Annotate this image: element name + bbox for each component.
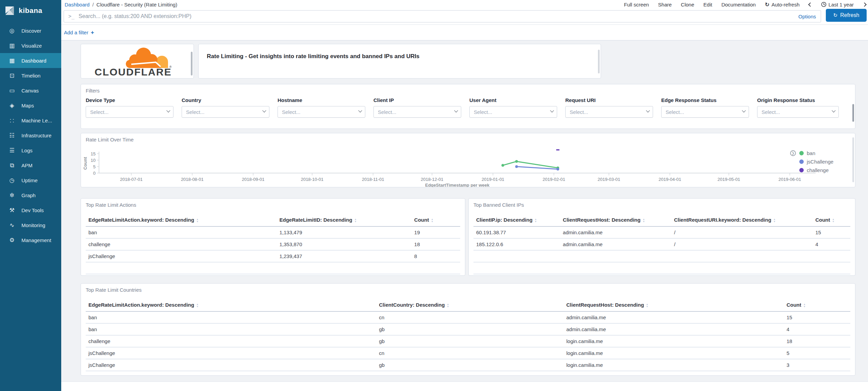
filter-select-request-uri[interactable]: Select... (565, 106, 653, 118)
documentation-link[interactable]: Documentation (721, 2, 756, 7)
table-row[interactable]: challenge1,353,87018 (86, 238, 460, 250)
refresh-button[interactable]: ↻Refresh (826, 9, 867, 22)
auto-refresh-button[interactable]: ↻Auto-refresh (765, 1, 800, 8)
share-button[interactable]: Share (658, 2, 672, 7)
rate-limit-chart-svg[interactable]: 0510152018-07-012018-08-012018-09-012018… (81, 133, 855, 187)
column-header[interactable]: ClientRequestHost: Descending▲▼ (560, 214, 671, 226)
time-back-button[interactable] (809, 3, 812, 6)
sidebar-item-visualize[interactable]: ▥Visualize (0, 38, 61, 53)
table-row[interactable]: bancnadmin.camilia.me15 (86, 311, 850, 323)
column-header[interactable]: EdgeRateLimitAction.keyword: Descending▲… (86, 299, 376, 311)
refresh-icon: ↻ (833, 12, 838, 18)
legend-item-challenge[interactable]: challenge (799, 166, 833, 174)
table-row[interactable]: bangbadmin.camilia.me4 (86, 323, 850, 335)
panel-scrollbar[interactable] (191, 52, 193, 75)
sidebar-item-monitoring[interactable]: ∿Monitoring (0, 218, 61, 233)
legend-toggle-icon[interactable]: ❯ (790, 150, 796, 156)
full-screen-button[interactable]: Full screen (624, 2, 649, 7)
column-header[interactable]: Count▲▼ (412, 214, 460, 226)
filter-select-device-type[interactable]: Select... (86, 106, 173, 118)
chevron-down-icon (358, 108, 362, 112)
sidebar-item-maps[interactable]: ◈Maps (0, 98, 61, 113)
table-row[interactable]: ban1,133,47919 (86, 226, 460, 238)
sort-icon[interactable]: ▲▼ (535, 218, 537, 223)
sidebar-item-apm[interactable]: ⧉APM (0, 158, 61, 173)
panel-scrollbar[interactable] (852, 137, 854, 182)
sort-icon[interactable]: ▲▼ (196, 303, 199, 308)
sidebar-item-management[interactable]: ⚙Management (0, 233, 61, 248)
breadcrumb-separator: / (92, 2, 94, 7)
column-header[interactable]: ClientRequestHost: Descending▲▼ (564, 299, 784, 311)
table-cell: login.camilia.me (564, 335, 784, 347)
legend-label: challenge (807, 167, 829, 173)
sidebar-item-canvas[interactable]: ▭Canvas (0, 83, 61, 98)
sidebar-item-label: Canvas (21, 88, 39, 94)
column-header[interactable]: EdgeRateLimitAction.keyword: Descending▲… (86, 214, 277, 226)
sidebar-item-graph[interactable]: ✲Graph (0, 188, 61, 203)
sidebar-nav: ◎Discover▥Visualize▦Dashboard⊡Timelion▭C… (0, 23, 61, 248)
legend-item-jsChallenge[interactable]: jsChallenge (799, 157, 833, 166)
options-link[interactable]: Options (798, 14, 816, 19)
table-row[interactable]: jsChallengecnlogin.camilia.me5 (86, 347, 850, 359)
sidebar-item-dev-tools[interactable]: ⚒Dev Tools (0, 203, 61, 218)
table-cell: 15 (813, 226, 850, 238)
sidebar-item-discover[interactable]: ◎Discover (0, 23, 61, 38)
filter-select-client-ip[interactable]: Select... (373, 106, 461, 118)
top-rate-limit-actions-grid: EdgeRateLimitAction.keyword: Descending▲… (86, 214, 460, 274)
sort-icon[interactable]: ▲▼ (196, 218, 199, 223)
plus-icon: + (91, 29, 94, 36)
sidebar-item-uptime[interactable]: ◷Uptime (0, 173, 61, 188)
time-forward-button[interactable] (863, 3, 866, 6)
filter-group-user-agent: User AgentSelect... (469, 97, 557, 118)
table-row[interactable]: 185.122.0.6admin.camilia.me/4 (473, 238, 850, 250)
table-row[interactable]: jsChallengegblogin.camilia.me3 (86, 359, 850, 371)
sidebar-item-timelion[interactable]: ⊡Timelion (0, 68, 61, 83)
dev-tools-icon: ⚒ (7, 207, 16, 214)
sidebar-item-machine-learning[interactable]: ⸬Machine Le... (0, 113, 61, 128)
filter-select-country[interactable]: Select... (182, 106, 269, 118)
svg-text:0: 0 (93, 171, 96, 176)
filter-select-hostname[interactable]: Select... (278, 106, 365, 118)
topbar: Dashboard / Cloudflare - Security (Rate … (61, 0, 868, 40)
column-header[interactable]: ClientIP.ip: Descending▲▼ (473, 214, 560, 226)
sidebar-item-label: Logs (21, 148, 33, 153)
table-cell: 3 (784, 359, 850, 371)
search-input[interactable] (74, 13, 798, 19)
panel-scrollbar[interactable] (852, 104, 854, 122)
table-row[interactable]: jsChallenge1,239,4378 (86, 250, 460, 262)
sidebar-item-logs[interactable]: ☰Logs (0, 143, 61, 158)
legend-item-ban[interactable]: ban (799, 149, 833, 157)
sort-icon[interactable]: ▲▼ (646, 303, 648, 308)
time-range-picker[interactable]: Last 1 year (821, 2, 854, 7)
edit-button[interactable]: Edit (703, 2, 712, 7)
filter-label-request-uri: Request URI (565, 97, 653, 103)
clone-button[interactable]: Clone (681, 2, 694, 7)
breadcrumb-dashboard-link[interactable]: Dashboard (65, 2, 89, 7)
sort-icon[interactable]: ▲▼ (803, 303, 806, 308)
sort-icon[interactable]: ▲▼ (431, 218, 433, 223)
sort-icon[interactable]: ▲▼ (354, 218, 357, 223)
table-row[interactable]: challengegblogin.camilia.me18 (86, 335, 850, 347)
table-row[interactable]: 60.191.38.77admin.camilia.me/15 (473, 226, 850, 238)
sidebar-item-infrastructure[interactable]: ☷Infrastructure (0, 128, 61, 143)
filter-select-placeholder: Select... (86, 109, 108, 115)
filter-select-user-agent[interactable]: Select... (469, 106, 557, 118)
column-header[interactable]: Count▲▼ (784, 299, 850, 311)
chevron-down-icon (166, 108, 170, 112)
column-header[interactable]: Count▲▼ (813, 214, 850, 226)
column-header[interactable]: EdgeRateLimitID: Descending▲▼ (277, 214, 412, 226)
column-header[interactable]: ClientCountry: Descending▲▼ (376, 299, 564, 311)
rate-limit-over-time-panel: Rate Limit Over Time 0510152018-07-01201… (81, 133, 855, 187)
sort-icon[interactable]: ▲▼ (773, 218, 776, 223)
sort-icon[interactable]: ▲▼ (832, 218, 835, 223)
column-header[interactable]: ClientRequestURI.keyword: Descending▲▼ (671, 214, 813, 226)
filter-select-edge-response-status[interactable]: Select... (661, 106, 749, 118)
add-filter-button[interactable]: Add a filter + (61, 29, 94, 36)
panel-scrollbar[interactable] (598, 50, 600, 73)
kibana-logo[interactable]: kibana (0, 0, 61, 21)
filter-group-request-uri: Request URISelect... (565, 97, 653, 118)
filter-select-origin-response-status[interactable]: Select... (757, 106, 839, 118)
sidebar-item-dashboard[interactable]: ▦Dashboard (0, 53, 61, 68)
sort-icon[interactable]: ▲▼ (447, 303, 449, 308)
sort-icon[interactable]: ▲▼ (642, 218, 645, 223)
